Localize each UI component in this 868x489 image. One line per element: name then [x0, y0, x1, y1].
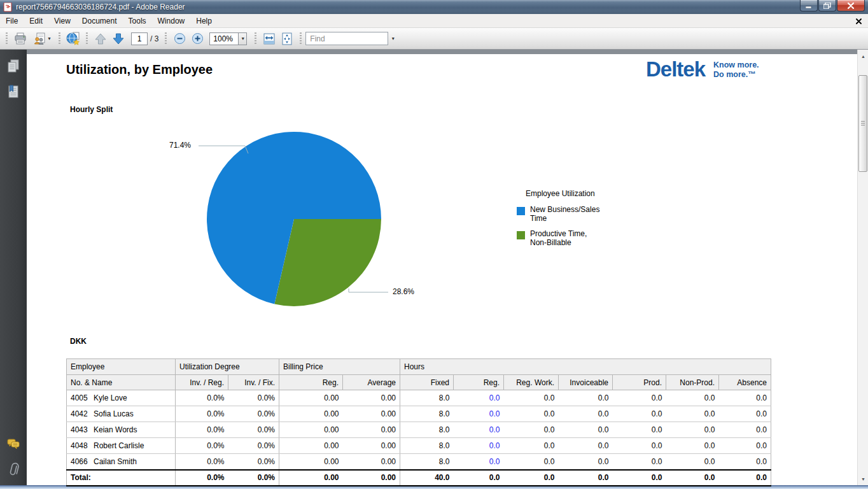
value-cell: 0.0 — [504, 390, 559, 406]
next-page-button[interactable] — [109, 30, 127, 48]
zoom-in-button[interactable] — [188, 30, 206, 48]
value-cell[interactable]: 0.0 — [454, 438, 504, 454]
page-thumbnails-icon[interactable] — [6, 59, 21, 74]
chart-legend: Employee Utilization New Business/Sales … — [517, 189, 612, 253]
scroll-up-icon[interactable]: ▲ — [858, 51, 868, 61]
value-cell: 0.0 — [613, 390, 666, 406]
employee-number: 4042 — [71, 409, 94, 418]
collaborate-caret-icon: ▾ — [48, 36, 50, 41]
bookmarks-icon[interactable] — [6, 84, 21, 99]
close-button[interactable] — [837, 0, 865, 11]
table-column-header: Reg. — [279, 375, 343, 390]
total-value-cell: 0.00 — [279, 470, 343, 486]
pdf-page: Utilization, by Employee Deltek Know mor… — [27, 54, 857, 485]
value-cell: 0.0% — [228, 438, 279, 454]
zoom-level-input[interactable]: 100% — [209, 32, 239, 45]
menu-item-edit[interactable]: Edit — [24, 15, 48, 27]
main-area: Utilization, by Employee Deltek Know mor… — [0, 50, 868, 485]
page-number-input[interactable] — [131, 32, 148, 45]
table-group-header: Employee — [67, 359, 176, 375]
collaborate-button[interactable]: ▾ — [29, 30, 55, 48]
menu-item-file[interactable]: File — [0, 15, 24, 27]
menubar: FileEditViewDocumentToolsWindowHelp — [0, 14, 868, 28]
toolbar-grip[interactable] — [6, 32, 8, 45]
comments-icon[interactable] — [6, 437, 21, 452]
table-column-header: Absence — [719, 375, 771, 390]
menu-item-window[interactable]: Window — [152, 15, 191, 27]
pdf-app-icon — [3, 3, 13, 12]
fit-width-button[interactable] — [260, 30, 278, 48]
menu-item-view[interactable]: View — [48, 15, 76, 27]
menu-item-tools[interactable]: Tools — [123, 15, 152, 27]
value-cell: 0.0% — [228, 390, 279, 406]
value-cell: 0.00 — [343, 406, 400, 422]
print-button[interactable] — [11, 30, 29, 48]
restore-button[interactable] — [818, 0, 836, 11]
table-row: 4043Keian Words0.0%0.0%0.000.008.00.00.0… — [67, 422, 771, 438]
value-cell: 0.0 — [504, 438, 559, 454]
page-total-label: / 3 — [150, 34, 158, 43]
zoom-out-button[interactable] — [171, 30, 188, 48]
value-cell: 0.0% — [228, 454, 279, 470]
employee-name: Cailan Smith — [94, 457, 137, 466]
table-column-header: Inv. / Reg. — [176, 375, 228, 390]
tagline-line2: Do more.™ — [713, 70, 756, 79]
total-value-cell: 0.0 — [454, 470, 504, 486]
employee-number: 4005 — [71, 393, 94, 402]
minimize-button[interactable] — [800, 0, 818, 11]
table-column-header: Reg. Work. — [504, 375, 559, 390]
vertical-scrollbar[interactable]: ▲ ▼ — [857, 50, 868, 485]
previous-page-button[interactable] — [92, 30, 109, 48]
value-cell[interactable]: 0.0 — [454, 422, 504, 438]
scrollbar-thumb[interactable] — [858, 75, 867, 172]
menu-item-help[interactable]: Help — [190, 15, 218, 27]
value-cell: 0.00 — [343, 438, 400, 454]
value-cell: 0.0 — [719, 390, 771, 406]
find-dropdown-button[interactable]: ▾ — [388, 32, 397, 45]
toolbar: ▾ / 3 100% ▾ ▾ — [0, 28, 868, 50]
zoom-dropdown-button[interactable]: ▾ — [239, 32, 247, 45]
toolbar-grip[interactable] — [59, 32, 60, 45]
toolbar-grip[interactable] — [300, 32, 302, 45]
share-online-button[interactable] — [64, 30, 82, 48]
value-cell: 0.0 — [504, 422, 559, 438]
value-cell: 0.0 — [559, 438, 613, 454]
titlebar[interactable]: report7566794663036186724.pdf - Adobe Re… — [0, 0, 868, 14]
value-cell[interactable]: 0.0 — [454, 390, 504, 406]
find-caret-icon: ▾ — [392, 36, 395, 41]
value-cell: 8.0 — [400, 438, 454, 454]
menu-item-document[interactable]: Document — [76, 15, 123, 27]
zoom-caret-icon: ▾ — [242, 36, 244, 41]
toolbar-grip[interactable] — [165, 32, 167, 45]
employee-name-cell: 4066Cailan Smith — [67, 454, 176, 470]
value-cell: 0.0 — [666, 438, 719, 454]
value-cell: 0.0 — [504, 406, 559, 422]
table-row: 4005Kyle Love0.0%0.0%0.000.008.00.00.00.… — [67, 390, 771, 406]
table-column-header: Average — [343, 375, 400, 390]
value-cell[interactable]: 0.0 — [454, 406, 504, 422]
value-cell: 0.0 — [559, 454, 613, 470]
find-input[interactable] — [305, 32, 388, 45]
close-document-icon[interactable] — [854, 17, 863, 25]
employee-name-cell: 4048Robert Carlisle — [67, 438, 176, 454]
pie-label-green: 28.6% — [393, 287, 414, 296]
scroll-down-icon[interactable]: ▼ — [858, 474, 868, 484]
total-value-cell: 0.0% — [228, 470, 279, 486]
table-total-row: Total:0.0%0.0%0.000.0040.00.00.00.00.00.… — [67, 470, 771, 486]
navigation-sidebar — [0, 50, 27, 485]
table-row: 4066Cailan Smith0.0%0.0%0.000.008.00.00.… — [67, 454, 771, 470]
employee-name: Kyle Love — [94, 393, 127, 402]
fit-page-button[interactable] — [278, 30, 296, 48]
utilization-table: EmployeeUtilization DegreeBilling PriceH… — [66, 358, 771, 486]
toolbar-grip[interactable] — [86, 32, 88, 45]
value-cell: 0.00 — [279, 422, 343, 438]
total-value-cell: 0.0 — [666, 470, 719, 486]
table-column-header: Inv. / Fix. — [228, 375, 279, 390]
report-title: Utilization, by Employee — [66, 62, 213, 77]
total-value-cell: 0.0 — [559, 470, 613, 486]
scrollbar-grip — [861, 121, 865, 126]
value-cell[interactable]: 0.0 — [454, 454, 504, 470]
attachments-paperclip-icon[interactable] — [6, 462, 21, 478]
value-cell: 0.0 — [559, 406, 613, 422]
toolbar-grip[interactable] — [255, 32, 256, 45]
